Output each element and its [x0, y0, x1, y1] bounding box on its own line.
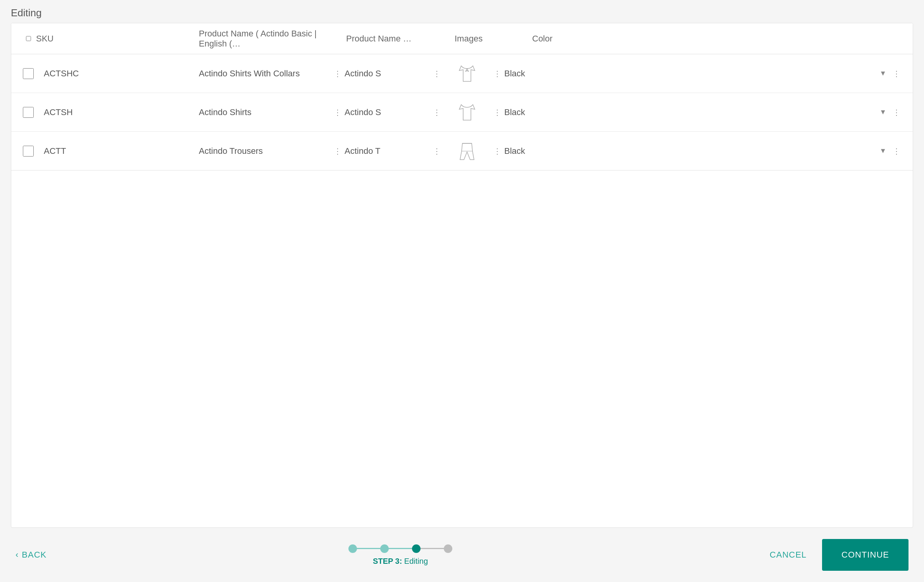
header-product-name1: Product Name ( Actindo Basic | English (…	[199, 29, 346, 49]
table-row: ACTSH Actindo Shirts ⋮ Actindo S ⋮ ⋮ Bla…	[11, 93, 913, 132]
header-sku: SKU	[36, 34, 199, 44]
table-row: ACTT Actindo Trousers ⋮ Actindo T ⋮ ⋮ Bl…	[11, 132, 913, 170]
row-checkbox-cell	[21, 146, 36, 157]
row-product-name1-3: Actindo Trousers	[199, 146, 331, 156]
row-sku-3: ACTT	[36, 146, 199, 156]
continue-button[interactable]: CONTINUE	[822, 539, 908, 571]
row-product-name2-2: Actindo S	[345, 107, 430, 117]
row-product-name1-2: Actindo Shirts	[199, 107, 331, 117]
row-dots-3a[interactable]: ⋮	[331, 145, 345, 157]
row-dots-1c[interactable]: ⋮	[490, 67, 504, 80]
row-checkbox-1[interactable]	[23, 68, 34, 79]
row-color-3: Black ▼ ⋮	[504, 145, 903, 157]
stepper-dots	[348, 544, 452, 553]
cancel-button[interactable]: CANCEL	[754, 539, 822, 571]
table-header: SKU Product Name ( Actindo Basic | Engli…	[11, 23, 913, 54]
row-image-3	[444, 139, 490, 163]
row-dots-1a[interactable]: ⋮	[331, 67, 345, 80]
stepper-label: STEP 3: Editing	[373, 557, 428, 566]
row-checkbox-2[interactable]	[23, 107, 34, 118]
row-dots-2a[interactable]: ⋮	[331, 106, 345, 119]
shirt-collar-icon	[455, 62, 479, 85]
step-dot-1	[348, 544, 357, 553]
row-dots-1d[interactable]: ⋮	[890, 67, 903, 80]
back-button[interactable]: ‹ BACK	[16, 550, 47, 560]
step-line-3	[421, 548, 444, 549]
back-chevron-icon: ‹	[16, 550, 19, 560]
header-checkbox-cell	[21, 36, 36, 41]
row-product-name1-1: Actindo Shirts With Collars	[199, 69, 331, 79]
color-dropdown-2[interactable]: ▼	[876, 107, 890, 118]
row-color-1: Black ▼ ⋮	[504, 67, 903, 80]
row-checkbox-cell	[21, 107, 36, 118]
step-dot-4	[444, 544, 452, 553]
row-color-2: Black ▼ ⋮	[504, 106, 903, 119]
header-images: Images	[455, 34, 532, 44]
step-dot-2	[380, 544, 389, 553]
row-sku-1: ACTSHC	[36, 69, 199, 79]
color-dropdown-3[interactable]: ▼	[876, 145, 890, 157]
select-all-checkbox[interactable]	[26, 36, 31, 41]
trousers-icon	[455, 139, 479, 163]
footer: ‹ BACK STEP 3: Editing CANCEL CONTINUE	[0, 528, 924, 582]
step-line-1	[357, 548, 380, 549]
table-container: SKU Product Name ( Actindo Basic | Engli…	[11, 23, 913, 528]
row-checkbox-3[interactable]	[23, 146, 34, 157]
step-line-2	[389, 548, 412, 549]
row-image-1	[444, 62, 490, 85]
step-dot-3	[412, 544, 421, 553]
row-dots-3d[interactable]: ⋮	[890, 145, 903, 157]
row-dots-1b[interactable]: ⋮	[430, 67, 444, 80]
header-color: Color	[532, 34, 903, 44]
row-dots-3c[interactable]: ⋮	[490, 145, 504, 157]
color-dropdown-1[interactable]: ▼	[876, 68, 890, 79]
row-product-name2-1: Actindo S	[345, 69, 430, 79]
row-sku-2: ACTSH	[36, 107, 199, 117]
row-product-name2-3: Actindo T	[345, 146, 430, 156]
table-row: ACTSHC Actindo Shirts With Collars ⋮ Act…	[11, 54, 913, 93]
row-checkbox-cell	[21, 68, 36, 79]
row-dots-2d[interactable]: ⋮	[890, 106, 903, 119]
shirt-icon	[455, 101, 479, 124]
row-dots-2b[interactable]: ⋮	[430, 106, 444, 119]
action-buttons: CANCEL CONTINUE	[754, 539, 908, 571]
row-dots-2c[interactable]: ⋮	[490, 106, 504, 119]
header-product-name2: Product Name …	[346, 34, 455, 44]
page-title: Editing	[0, 0, 924, 23]
row-dots-3b[interactable]: ⋮	[430, 145, 444, 157]
stepper: STEP 3: Editing	[348, 544, 452, 566]
row-image-2	[444, 101, 490, 124]
main-content: SKU Product Name ( Actindo Basic | Engli…	[0, 23, 924, 528]
